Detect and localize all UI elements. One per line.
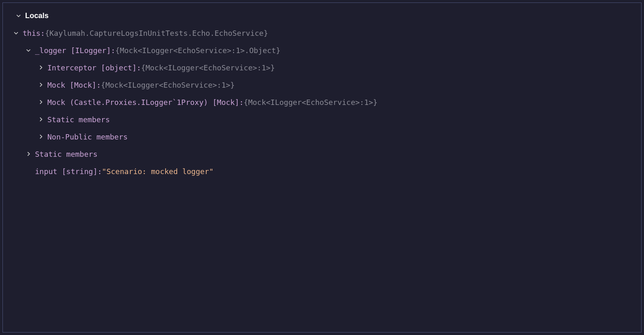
variable-name: Interceptor [object]: [47,63,141,72]
chevron-down-icon[interactable] [14,13,23,19]
variable-row[interactable]: this: {Kaylumah.CaptureLogsInUnitTests.E… [3,24,641,42]
variable-value: {Mock<ILogger<EchoService>:1>.Object} [115,46,280,55]
locals-panel: Locals this: {Kaylumah.CaptureLogsInUnit… [2,2,642,333]
variable-value: {Mock<ILogger<EchoService>:1>} [101,81,235,89]
variable-value: "Scenario: mocked logger" [102,167,214,176]
variable-name: Static members [35,150,98,158]
panel-title: Locals [25,12,49,20]
variable-tree: this: {Kaylumah.CaptureLogsInUnitTests.E… [3,24,641,180]
variable-row[interactable]: Mock [Mock]: {Mock<ILogger<EchoService>:… [3,76,641,93]
chevron-down-icon[interactable] [24,47,33,53]
variable-name: Non-Public members [47,133,128,141]
chevron-right-icon[interactable] [37,134,45,140]
variable-row[interactable]: Static members [3,111,641,128]
chevron-right-icon[interactable] [37,116,45,122]
variable-row[interactable]: Interceptor [object]: {Mock<ILogger<Echo… [3,59,641,76]
variable-name: _logger [ILogger]: [35,46,115,55]
variable-row[interactable]: Mock (Castle.Proxies.ILogger`1Proxy) [Mo… [3,93,641,111]
variable-name: Mock (Castle.Proxies.ILogger`1Proxy) [Mo… [47,98,244,107]
variable-row[interactable]: _logger [ILogger]: {Mock<ILogger<EchoSer… [3,42,641,59]
chevron-right-icon[interactable] [37,65,45,70]
chevron-down-icon[interactable] [12,30,20,36]
variable-value: {Mock<ILogger<EchoService>:1>} [141,63,275,72]
variable-value: {Kaylumah.CaptureLogsInUnitTests.Echo.Ec… [45,29,268,37]
variable-row[interactable]: input [string]: "Scenario: mocked logger… [3,163,641,180]
variable-row[interactable]: Non-Public members [3,128,641,145]
chevron-right-icon[interactable] [37,99,45,105]
chevron-right-icon[interactable] [37,82,45,88]
variable-row[interactable]: Static members [3,145,641,163]
variable-value: {Mock<ILogger<EchoService>:1>} [244,98,378,107]
variable-name: input [string]: [35,167,102,176]
locals-header[interactable]: Locals [3,7,641,24]
variable-name: this: [23,29,45,37]
variable-name: Static members [47,115,110,124]
chevron-right-icon[interactable] [24,151,33,157]
variable-name: Mock [Mock]: [47,81,101,89]
